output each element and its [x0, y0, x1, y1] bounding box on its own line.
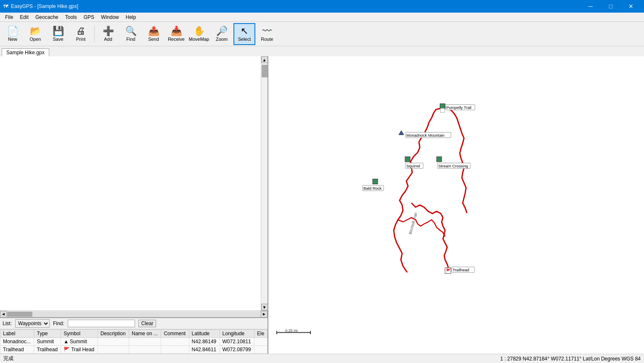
toolbar-btn-send[interactable]: 📤Send: [143, 23, 164, 45]
file-tab[interactable]: Sample Hike.gpx: [2, 48, 49, 56]
col-header-latitude[interactable]: Latitude: [189, 330, 220, 338]
cell-description: [98, 338, 129, 346]
title-bar-left: 🗺 EasyGPS - [Sample Hike.gpx]: [3, 3, 78, 9]
col-header-symbol[interactable]: Symbol: [61, 330, 98, 338]
symbol-icon: 🚩: [64, 347, 70, 352]
route-icon: 〰: [262, 26, 272, 36]
toolbar-btn-movemap[interactable]: ✋MoveMap: [188, 23, 210, 45]
svg-text:Pumpelly Trail: Pumpelly Trail: [446, 105, 472, 110]
col-header-comment[interactable]: Comment: [161, 330, 189, 338]
table-header-row: LabelTypeSymbolDescriptionName on ...Com…: [0, 330, 268, 338]
col-header-label[interactable]: Label: [0, 330, 34, 338]
coordinates-display: 1 : 27829 N42.87184° W072.11711° Lat/Lon…: [500, 356, 641, 362]
select-icon: ↖: [241, 26, 248, 36]
h-scroll-thumb[interactable]: [7, 312, 32, 317]
main-layout: ▲ ▼ ◄ ► List: Waypoints Routes Tracks: [0, 56, 644, 354]
receive-icon: 📥: [171, 26, 182, 36]
print-label: Print: [76, 37, 86, 42]
cell-comment: [161, 346, 189, 354]
wp-marker-baldrock[interactable]: [373, 179, 378, 184]
scroll-down-arrow[interactable]: ▼: [261, 304, 268, 310]
find-input[interactable]: [68, 320, 135, 327]
title-bar: 🗺 EasyGPS - [Sample Hike.gpx] ─ □ ✕: [0, 0, 644, 13]
table-row[interactable]: TrailheadTrailhead🚩 Trail HeadN42.84611W…: [0, 346, 268, 354]
map-svg: Birchtoft Trail Pumpelly Trail Pumpelly …: [268, 56, 644, 354]
status-text: 完成: [3, 355, 13, 362]
minimize-button[interactable]: ─: [581, 0, 600, 13]
menu-item-window[interactable]: Window: [98, 13, 122, 21]
menu-item-tools[interactable]: Tools: [62, 13, 80, 21]
toolbar-btn-save[interactable]: 💾Save: [47, 23, 69, 45]
toolbar-btn-select[interactable]: ↖Select: [233, 23, 255, 45]
menu-item-gps[interactable]: GPS: [80, 13, 98, 21]
cell-name-on: [129, 346, 161, 354]
toolbar-btn-receive[interactable]: 📥Receive: [165, 23, 187, 45]
list-select[interactable]: Waypoints Routes Tracks: [15, 319, 50, 328]
find-label: Find:: [53, 321, 64, 326]
col-header-description[interactable]: Description: [98, 330, 129, 338]
svg-text:Trailhead: Trailhead: [453, 268, 469, 272]
cell-label: Trailhead: [0, 346, 34, 354]
status-bar: 完成 1 : 27829 N42.87184° W072.11711° Lat/…: [0, 354, 644, 363]
zoom-label: Zoom: [216, 37, 228, 42]
scroll-up-arrow[interactable]: ▲: [261, 56, 268, 63]
window-title: EasyGPS - [Sample Hike.gpx]: [11, 3, 78, 9]
col-header-ele[interactable]: Ele: [254, 330, 268, 338]
menu-item-geocache[interactable]: Geocache: [32, 13, 62, 21]
toolbar-btn-add[interactable]: ➕Add: [97, 23, 119, 45]
col-header-name-on----[interactable]: Name on ...: [129, 330, 161, 338]
data-table: LabelTypeSymbolDescriptionName on ...Com…: [0, 329, 268, 354]
cell-latitude: N42.84611: [189, 346, 220, 354]
list-label: List:: [3, 321, 12, 326]
maximize-button[interactable]: □: [601, 0, 620, 13]
svg-text:Monadnock Mountain: Monadnock Mountain: [406, 133, 445, 138]
menu-item-help[interactable]: Help: [122, 13, 140, 21]
toolbar-btn-route[interactable]: 〰Route: [256, 23, 278, 45]
cell-latitude: N42.86149: [189, 338, 220, 346]
menu-item-edit[interactable]: Edit: [16, 13, 32, 21]
cell-symbol: ▲ Summit: [61, 338, 98, 346]
find-icon: 🔍: [125, 26, 137, 36]
scroll-thumb[interactable]: [262, 65, 268, 77]
table-row[interactable]: Monadnoc...Summit▲ SummitN42.86149W072.1…: [0, 338, 268, 346]
wp-marker-squirrel[interactable]: [405, 157, 410, 162]
close-button[interactable]: ✕: [621, 0, 641, 13]
wp-marker-pumpelly[interactable]: [440, 104, 445, 109]
new-label: New: [8, 37, 17, 42]
clear-button[interactable]: Clear: [138, 320, 156, 327]
col-header-type[interactable]: Type: [34, 330, 61, 338]
svg-text:🚩: 🚩: [446, 268, 451, 273]
cell-type: Trailhead: [34, 346, 61, 354]
list-panel: List: Waypoints Routes Tracks Find: Clea…: [0, 317, 268, 354]
tab-bar: Sample Hike.gpx: [0, 46, 644, 56]
wp-marker-streamcrossing[interactable]: [437, 157, 442, 162]
toolbar-btn-find[interactable]: 🔍Find: [120, 23, 142, 45]
toolbar-btn-zoom[interactable]: 🔎Zoom: [211, 23, 233, 45]
toolbar-btn-print[interactable]: 🖨Print: [70, 23, 92, 45]
scroll-left-arrow[interactable]: ◄: [0, 311, 7, 318]
svg-text:Squirrel: Squirrel: [406, 164, 420, 168]
right-panel: Use the Select Tool (white arrow cursor)…: [268, 56, 644, 354]
scroll-right-arrow[interactable]: ►: [261, 311, 268, 318]
route-label: Route: [261, 37, 273, 42]
h-scroll-track: [7, 311, 261, 317]
send-label: Send: [148, 37, 159, 42]
cell-name-on: [129, 338, 161, 346]
title-bar-controls: ─ □ ✕: [581, 0, 641, 13]
save-label: Save: [53, 37, 63, 42]
toolbar-btn-new[interactable]: 📄New: [2, 23, 24, 45]
col-header-longitude[interactable]: Longitude: [220, 330, 254, 338]
svg-text:0.25 mi: 0.25 mi: [285, 329, 298, 333]
cell-elevation: [254, 346, 268, 354]
svg-rect-2: [440, 109, 445, 113]
print-icon: 🖨: [76, 26, 85, 36]
receive-label: Receive: [168, 37, 185, 42]
toolbar-btn-open[interactable]: 📂Open: [24, 23, 46, 45]
table-body: Monadnoc...Summit▲ SummitN42.86149W072.1…: [0, 338, 268, 354]
menu-item-file[interactable]: File: [2, 13, 16, 21]
svg-text:Bald Rock: Bald Rock: [363, 186, 382, 191]
vertical-scrollbar[interactable]: ▲ ▼: [261, 56, 268, 310]
add-label: Add: [104, 37, 112, 42]
toolbar: 📄New📂Open💾Save🖨Print➕Add🔍Find📤Send📥Recei…: [0, 22, 644, 46]
horizontal-scrollbar: ◄ ►: [0, 310, 268, 317]
